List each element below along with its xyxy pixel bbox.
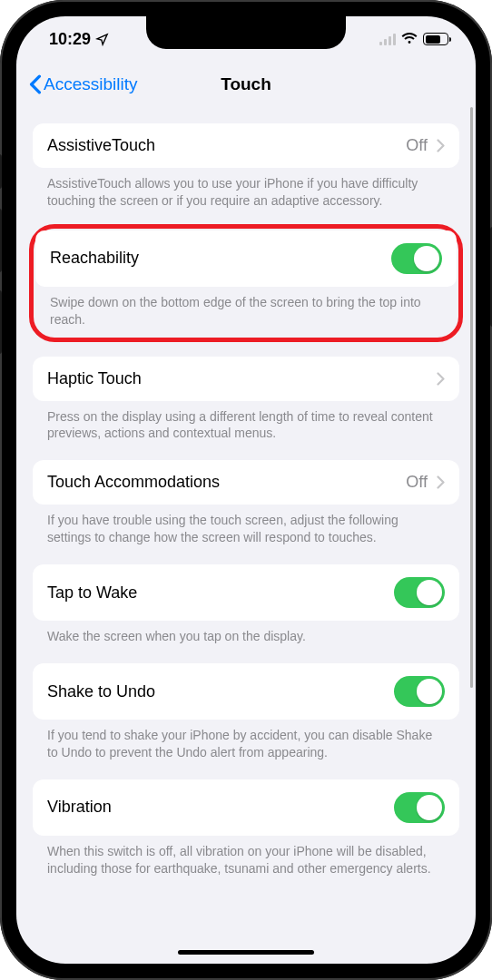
chevron-left-icon: [29, 74, 42, 94]
screen: 10:29 Accessibility Touch AssistiveTouch: [16, 16, 476, 964]
scroll-indicator[interactable]: [470, 107, 473, 688]
haptic-touch-desc: Press on the display using a different l…: [33, 401, 459, 461]
assistivetouch-row[interactable]: AssistiveTouch Off: [33, 123, 459, 168]
row-label: AssistiveTouch: [47, 136, 155, 155]
row-label: Vibration: [47, 798, 112, 817]
vibration-toggle[interactable]: [394, 792, 445, 823]
row-label: Haptic Touch: [47, 369, 142, 388]
chevron-right-icon: [437, 139, 445, 152]
row-label: Tap to Wake: [47, 583, 137, 603]
location-icon: [95, 33, 109, 46]
row-value: Off: [406, 473, 428, 492]
mute-switch: [0, 154, 2, 189]
page-title: Touch: [221, 74, 271, 94]
navigation-bar: Accessibility Touch: [16, 62, 476, 107]
haptic-touch-row[interactable]: Haptic Touch: [33, 357, 459, 401]
notch: [146, 16, 346, 49]
touch-accommodations-row[interactable]: Touch Accommodations Off: [33, 460, 459, 505]
back-button[interactable]: Accessibility: [29, 74, 137, 94]
home-indicator[interactable]: [178, 950, 314, 955]
reachability-highlight: Reachability Swipe down on the bottom ed…: [29, 224, 463, 342]
tap-to-wake-toggle[interactable]: [394, 577, 445, 608]
row-label: Touch Accommodations: [47, 473, 220, 492]
shake-to-undo-row[interactable]: Shake to Undo: [33, 663, 459, 720]
wifi-icon: [401, 33, 418, 45]
vibration-row[interactable]: Vibration: [33, 779, 459, 836]
reachability-desc: Swipe down on the bottom edge of the scr…: [35, 287, 457, 338]
reachability-toggle[interactable]: [391, 243, 442, 274]
row-value: Off: [406, 136, 428, 155]
volume-down-button: [0, 290, 2, 354]
row-label: Reachability: [50, 249, 139, 268]
reachability-row[interactable]: Reachability: [35, 230, 457, 287]
shake-to-undo-toggle[interactable]: [394, 676, 445, 707]
tap-to-wake-desc: Wake the screen when you tap on the disp…: [33, 621, 459, 663]
touch-accommodations-desc: If you have trouble using the touch scre…: [33, 505, 459, 564]
row-label: Shake to Undo: [47, 682, 155, 701]
battery-icon: [423, 33, 448, 45]
settings-content[interactable]: AssistiveTouch Off AssistiveTouch allows…: [16, 107, 476, 964]
shake-to-undo-desc: If you tend to shake your iPhone by acci…: [33, 720, 459, 779]
chevron-right-icon: [437, 372, 445, 386]
back-label: Accessibility: [44, 74, 137, 94]
cell-signal-icon: [379, 34, 396, 45]
tap-to-wake-row[interactable]: Tap to Wake: [33, 564, 459, 621]
volume-up-button: [0, 209, 2, 272]
assistivetouch-desc: AssistiveTouch allows you to use your iP…: [33, 168, 459, 228]
vibration-desc: When this switch is off, all vibration o…: [33, 836, 459, 896]
phone-frame: 10:29 Accessibility Touch AssistiveTouch: [0, 0, 492, 980]
status-time: 10:29: [49, 30, 91, 49]
chevron-right-icon: [437, 475, 445, 489]
